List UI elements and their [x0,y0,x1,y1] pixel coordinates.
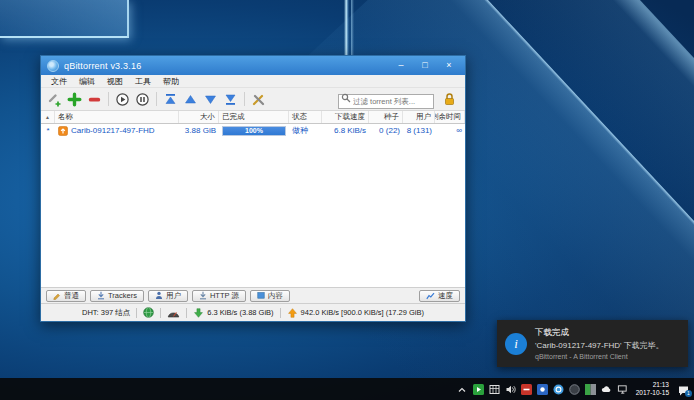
menu-help[interactable]: 帮助 [157,76,185,87]
status-cell: 做种 [289,124,322,137]
column-name[interactable]: 名称 [55,111,179,123]
table-header: ▲ 名称 大小 已完成 状态 下载速度 种子 用户 剩余时间 [41,111,465,124]
menu-view[interactable]: 视图 [101,76,129,87]
options-button[interactable] [250,91,267,108]
toolbar-separator [156,92,157,106]
column-peers[interactable]: 用户 [403,111,435,123]
add-link-icon [47,92,62,107]
tab-http-sources[interactable]: HTTP 源 [192,290,246,302]
info-icon: i [505,333,527,355]
detail-tab-bar: 普通 Trackers 用户 [41,287,465,303]
name-cell: Carib-091217-497-FHD [55,124,179,137]
network-icon[interactable] [617,384,628,395]
tray-ime-grid-icon[interactable] [489,384,500,395]
toolbar [41,88,465,111]
column-eta[interactable]: 剩余时间 [435,111,465,123]
move-bottom-icon [223,92,238,107]
onedrive-cloud-icon[interactable] [601,384,612,395]
menu-tools[interactable]: 工具 [129,76,157,87]
lock-icon [443,92,456,106]
seeding-status-icon [58,126,68,136]
volume-icon[interactable] [505,384,516,395]
tray-dual-color-app-icon[interactable] [585,384,596,395]
tray-dark-app-icon[interactable] [569,384,580,395]
maximize-button[interactable]: □ [413,57,437,74]
move-bottom-button[interactable] [222,91,239,108]
menu-file[interactable]: 文件 [45,76,73,87]
speed-graph-icon [426,292,435,300]
content-icon [257,291,265,300]
add-torrent-link-button[interactable] [46,91,63,108]
column-done[interactable]: 已完成 [219,111,289,123]
move-down-button[interactable] [202,91,219,108]
clock-time: 21:13 [636,381,669,389]
size-cell: 3.88 GiB [179,124,219,137]
pause-button[interactable] [134,91,151,108]
download-arrow-icon [97,291,105,300]
status-bar: DHT: 397 结点 6.3 [41,303,465,321]
dht-nodes: DHT: 397 结点 [82,308,130,318]
tab-speed[interactable]: 速度 [419,290,460,302]
move-up-icon [183,92,198,107]
taskbar: 21:13 2017-10-15 1 [0,378,694,400]
column-priority[interactable]: ▲ [41,111,55,123]
tab-content[interactable]: 内容 [250,290,290,302]
priority-cell: * [41,124,55,137]
eta-cell: ∞ [435,124,465,137]
menu-edit[interactable]: 编辑 [73,76,101,87]
qbittorrent-tray-icon[interactable] [553,384,564,395]
alt-speed-button[interactable] [167,308,180,318]
search-icon [341,93,351,103]
http-source-icon [199,291,207,300]
notification-badge: 1 [685,390,692,397]
seeds-cell: 0 (22) [369,124,403,137]
tray-red-app-icon[interactable] [521,384,532,395]
connection-status-button[interactable] [143,307,154,318]
move-top-button[interactable] [162,91,179,108]
search-box [338,90,434,109]
tab-peers[interactable]: 用户 [148,290,188,302]
minimize-button[interactable]: – [389,57,413,74]
pause-icon [135,92,150,107]
peers-icon [155,291,163,300]
download-speed-icon [193,307,204,319]
tab-trackers[interactable]: Trackers [90,290,144,302]
minus-icon [87,92,102,107]
toast-title: 下载完成 [535,327,664,339]
lock-button[interactable] [443,92,456,106]
qbittorrent-window: qBittorrent v3.3.16 – □ × 文件 编辑 视图 工具 帮助 [40,55,466,322]
tools-icon [251,92,266,107]
torrent-name: Carib-091217-497-FHD [71,126,155,135]
qbittorrent-logo-icon [47,60,59,72]
play-icon [115,92,130,107]
torrent-row[interactable]: * Carib-091217-497-FHD 3.88 GiB 100% 做种 [41,124,465,137]
search-input[interactable] [338,94,434,109]
toast-notification[interactable]: i 下载完成 'Carib-091217-497-FHD' 下载完毕。 qBit… [497,320,688,367]
move-up-button[interactable] [182,91,199,108]
delete-torrent-button[interactable] [86,91,103,108]
sort-indicator-icon: ▲ [45,114,50,120]
global-upload: 942.0 KiB/s [900.0 KiB/s] (17.29 GiB) [287,307,424,319]
wallpaper-light-line [344,0,349,56]
close-button[interactable]: × [437,57,461,74]
progress-cell: 100% [219,124,289,137]
empty-list-area [41,137,465,287]
chevron-up-icon [457,385,467,394]
tray-blue-app-icon[interactable] [537,384,548,395]
wallpaper-panel [0,0,129,38]
column-dl-speed[interactable]: 下载速度 [322,111,369,123]
tab-general[interactable]: 普通 [46,290,86,302]
action-center-button[interactable]: 1 [677,383,691,396]
window-titlebar[interactable]: qBittorrent v3.3.16 – □ × [41,56,465,75]
column-seeds[interactable]: 种子 [369,111,403,123]
column-size[interactable]: 大小 [179,111,219,123]
tray-expand-button[interactable] [457,384,468,395]
add-torrent-file-button[interactable] [66,91,83,108]
resume-button[interactable] [114,91,131,108]
system-tray: 21:13 2017-10-15 1 [457,378,694,400]
move-down-icon [203,92,218,107]
column-status[interactable]: 状态 [289,111,322,123]
taskbar-clock[interactable]: 21:13 2017-10-15 [633,381,672,397]
tray-green-app-icon[interactable] [473,384,484,395]
move-top-icon [163,92,178,107]
